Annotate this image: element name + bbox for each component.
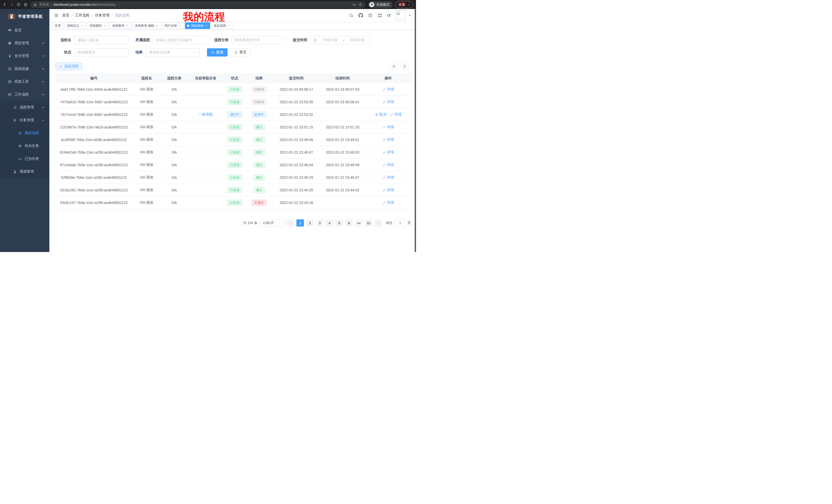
detail-link[interactable]: 详情 bbox=[383, 150, 394, 155]
sidebar-item-首页[interactable]: 首页 bbox=[0, 24, 49, 37]
browser-reload-icon[interactable] bbox=[17, 2, 21, 7]
detail-link[interactable]: 详情 bbox=[383, 188, 394, 192]
sidebar-item-已办任务[interactable]: 已办任务 bbox=[0, 152, 49, 165]
browser-back-icon[interactable] bbox=[3, 2, 7, 7]
browser-menu-icon[interactable] bbox=[407, 3, 411, 6]
security-warning-icon[interactable] bbox=[33, 3, 37, 6]
detail-link[interactable]: 详情 bbox=[383, 175, 394, 180]
page-ellipsis[interactable]: ••• bbox=[355, 219, 363, 227]
tab-close-icon[interactable]: × bbox=[205, 24, 208, 27]
sidebar-item-研发工具[interactable]: 研发工具 bbox=[0, 75, 49, 88]
result-select[interactable]: 请选择流结果 bbox=[146, 48, 200, 57]
tab-流程表单[interactable]: 流程表单× bbox=[110, 22, 131, 29]
tab-close-icon[interactable]: × bbox=[126, 24, 129, 27]
process-name-input[interactable] bbox=[74, 36, 128, 44]
status-cell: 已完成 bbox=[224, 149, 245, 156]
end-time: 2022-01-22 23:49:51 bbox=[320, 138, 365, 142]
process-name: OA 请假 bbox=[132, 112, 161, 117]
goto-page-input[interactable] bbox=[394, 219, 406, 227]
tab-close-icon[interactable]: × bbox=[227, 24, 230, 27]
sidebar-item-流程管理[interactable]: 流程管理 bbox=[0, 101, 49, 114]
show-search-button[interactable] bbox=[390, 62, 398, 71]
page-button-4[interactable]: 4 bbox=[326, 219, 333, 227]
search-button[interactable]: 搜索 bbox=[207, 48, 228, 57]
help-icon[interactable] bbox=[368, 13, 372, 18]
browser-home-icon[interactable] bbox=[23, 2, 28, 7]
detail-link[interactable]: 详情 bbox=[383, 137, 394, 142]
tab-我的流程[interactable]: 我的流程× bbox=[185, 22, 210, 29]
definition-input[interactable] bbox=[153, 36, 207, 44]
detail-link[interactable]: 详情 bbox=[390, 112, 401, 117]
tab-close-icon[interactable]: × bbox=[178, 24, 181, 27]
breadcrumb-item[interactable]: 工作流程 bbox=[75, 13, 89, 18]
browser-forward-icon[interactable] bbox=[9, 2, 14, 7]
process-table: 编号流程名流程分类当前审批任务状态结果提交时间结束时间操作3ad174fb-7b… bbox=[55, 74, 411, 209]
sidebar-item-待办任务[interactable]: 待办任务 bbox=[0, 139, 49, 152]
sidebar-item-基础设施[interactable]: 基础设施 bbox=[0, 62, 49, 75]
tab-流程模型[interactable]: 流程模型× bbox=[87, 22, 108, 29]
process-id: 2152467e-7b9b-11ec-9a1b-acde48001122 bbox=[55, 125, 132, 129]
next-page-button[interactable] bbox=[374, 219, 382, 227]
app-logo[interactable]: 芋道管理系统 bbox=[0, 9, 49, 24]
github-icon[interactable] bbox=[358, 13, 363, 18]
sidebar-item-系统管理[interactable]: 系统管理 bbox=[0, 37, 49, 50]
tab-close-icon[interactable]: × bbox=[156, 24, 159, 27]
page-button-11[interactable]: 11 bbox=[365, 219, 372, 227]
sidebar-item-支付管理[interactable]: 支付管理 bbox=[0, 50, 49, 62]
page-size-select[interactable]: 10条/页 bbox=[260, 219, 284, 227]
password-key-icon[interactable] bbox=[352, 3, 356, 7]
tab-流程定义[interactable]: 流程定义× bbox=[64, 22, 86, 29]
status-select[interactable]: 请选择状态 bbox=[74, 48, 128, 57]
tab-流程表单-编辑[interactable]: 流程表单-编辑× bbox=[132, 22, 161, 29]
result-badge: 通过 bbox=[253, 149, 265, 156]
page-button-1[interactable]: 1 bbox=[296, 219, 304, 227]
hamburger-icon[interactable] bbox=[54, 13, 59, 18]
update-button[interactable]: 更新 bbox=[395, 1, 413, 8]
tab-发起流程[interactable]: 发起流程× bbox=[211, 22, 233, 29]
category-select[interactable]: 请选择流程分类 bbox=[232, 36, 286, 44]
page-button-5[interactable]: 5 bbox=[336, 219, 343, 227]
detail-link[interactable]: 详情 bbox=[383, 200, 394, 205]
create-process-button[interactable]: ＋ 发起流程 bbox=[55, 62, 82, 70]
tab-close-icon[interactable]: × bbox=[80, 24, 83, 27]
page-button-2[interactable]: 2 bbox=[306, 219, 314, 227]
tab-close-icon[interactable]: × bbox=[103, 24, 106, 27]
end-date-placeholder[interactable]: 结束日期 bbox=[346, 38, 368, 43]
submit-time: 2022-01-22 23:53:32 bbox=[272, 113, 320, 117]
bookmark-star-icon[interactable] bbox=[358, 3, 363, 7]
sidebar-item-我的流程[interactable]: 我的流程 bbox=[0, 127, 49, 139]
font-size-icon[interactable]: TT bbox=[387, 13, 391, 18]
refresh-icon bbox=[234, 51, 238, 54]
address-bar[interactable]: 不安全 dashboard.yudao.iocoder.cn/bpm/task/… bbox=[30, 1, 366, 8]
detail-link[interactable]: 详情 bbox=[383, 163, 394, 167]
page-button-3[interactable]: 3 bbox=[316, 219, 323, 227]
detail-link[interactable]: 详情 bbox=[383, 125, 394, 130]
refresh-table-button[interactable] bbox=[400, 62, 409, 71]
result-badge: 通过 bbox=[253, 187, 265, 193]
start-date-placeholder[interactable]: 开始日期 bbox=[319, 38, 341, 43]
date-range-picker[interactable]: 开始日期 - 结束日期 bbox=[310, 36, 371, 44]
sidebar-item-请假查询[interactable]: 请假查询 bbox=[0, 165, 49, 178]
end-time: 2022-01-22 23:46:53 bbox=[320, 150, 365, 155]
avatar[interactable] bbox=[396, 10, 406, 20]
detail-link[interactable]: 详情 bbox=[383, 87, 394, 92]
search-icon[interactable] bbox=[349, 13, 354, 18]
tab-用户分组[interactable]: 用户分组× bbox=[162, 22, 184, 29]
breadcrumb-item[interactable]: 首页 bbox=[62, 13, 70, 18]
submit-time-label: 提交时间 bbox=[293, 38, 307, 43]
page-button-6[interactable]: 6 bbox=[345, 219, 353, 227]
tab-首页[interactable]: 首页 bbox=[52, 22, 63, 29]
sidebar-item-工作流程[interactable]: 工作流程 bbox=[0, 88, 49, 101]
sidebar-item-任务管理[interactable]: 任务管理 bbox=[0, 114, 49, 127]
screen: 不安全 dashboard.yudao.iocoder.cn/bpm/task/… bbox=[0, 0, 416, 252]
detail-link[interactable]: 详情 bbox=[383, 100, 394, 104]
prev-page-button[interactable] bbox=[287, 219, 294, 227]
task-link[interactable]: 一级审批 bbox=[199, 112, 213, 117]
user-menu-caret-icon[interactable] bbox=[408, 14, 411, 17]
cancel-link[interactable]: 取消 bbox=[375, 112, 386, 117]
window-scrollbar[interactable] bbox=[415, 9, 416, 252]
breadcrumb-item[interactable]: 任务管理 bbox=[95, 13, 109, 18]
reset-button[interactable]: 重置 bbox=[230, 48, 251, 57]
fullscreen-icon[interactable] bbox=[378, 13, 382, 18]
end-time: 2022-01-22 23:51:20 bbox=[320, 125, 365, 129]
